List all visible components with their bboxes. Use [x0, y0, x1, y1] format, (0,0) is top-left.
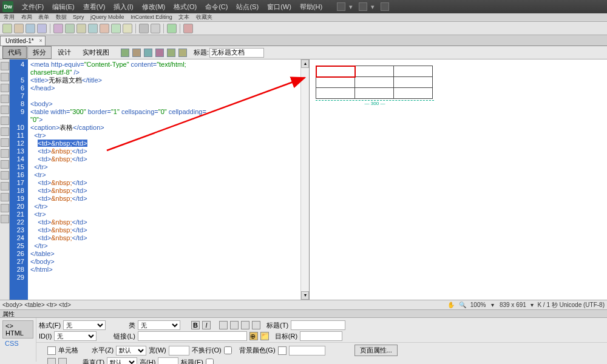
- merge-cells-icon[interactable]: [47, 358, 56, 364]
- line-numbers-icon[interactable]: [1, 116, 9, 125]
- code-pane[interactable]: 4567891011121314151617181920212223242526…: [10, 59, 310, 300]
- code-editor[interactable]: <meta http-equiv="Content-Type" content=…: [28, 59, 300, 300]
- vertical-scrollbar[interactable]: ▴ ▾: [300, 59, 309, 300]
- table-cell-selected[interactable]: [316, 66, 355, 77]
- insert-tab-layout[interactable]: 布局: [21, 14, 32, 20]
- menu-commands[interactable]: 命令(C): [202, 1, 231, 13]
- bg-color-swatch[interactable]: [278, 346, 287, 355]
- table-cell[interactable]: [355, 77, 394, 88]
- insert-tab-ice[interactable]: InContext Editing: [131, 14, 172, 20]
- bold-button[interactable]: B: [191, 321, 200, 329]
- scroll-up-icon[interactable]: ▴: [301, 59, 309, 68]
- menu-format[interactable]: 格式(O): [170, 1, 200, 13]
- view-live-button[interactable]: 实时视图: [77, 46, 115, 59]
- tag-selector[interactable]: <body> <table> <tr> <td>: [2, 302, 447, 308]
- menu-window[interactable]: 窗口(W): [263, 1, 295, 13]
- indent-icon[interactable]: [1, 160, 9, 169]
- insert-tab-jquery[interactable]: jQuery Mobile: [90, 14, 124, 20]
- view-design-button[interactable]: 设计: [52, 46, 76, 59]
- title-input[interactable]: [209, 48, 264, 58]
- hand-tool-icon[interactable]: ✋: [447, 302, 455, 308]
- table-row[interactable]: [316, 66, 433, 77]
- horz-select[interactable]: 默认: [116, 346, 146, 356]
- preview-table[interactable]: [316, 66, 433, 99]
- design-pane[interactable]: — 300 —: [310, 59, 607, 300]
- snippets-icon[interactable]: [1, 204, 9, 212]
- comment-icon[interactable]: [123, 24, 132, 33]
- highlight-icon[interactable]: [1, 127, 9, 136]
- syntax-icon[interactable]: [1, 138, 9, 147]
- prop-mode-html[interactable]: <> HTML: [2, 320, 33, 339]
- collapse-icon[interactable]: [1, 73, 9, 81]
- menu-view[interactable]: 查看(V): [80, 1, 109, 13]
- vert-select[interactable]: 默认: [107, 357, 137, 364]
- link-folder-icon[interactable]: 📁: [260, 332, 269, 340]
- live-code-icon[interactable]: [132, 49, 141, 57]
- ol-icon[interactable]: [252, 321, 260, 329]
- refresh-icon[interactable]: [167, 49, 175, 57]
- height-input[interactable]: [158, 357, 178, 364]
- extend-icon[interactable]: [359, 2, 367, 11]
- italic-button[interactable]: I: [202, 321, 211, 329]
- document-tab[interactable]: Untitled-1* ×: [0, 36, 46, 46]
- link-browse-icon[interactable]: ⊕: [249, 332, 258, 340]
- table-cell[interactable]: [316, 77, 355, 88]
- script-icon[interactable]: [151, 24, 160, 33]
- window-size[interactable]: 839 x 691: [500, 302, 526, 308]
- insert-tab-forms[interactable]: 表单: [38, 14, 49, 20]
- prop-mode-css[interactable]: CSS: [2, 339, 33, 348]
- tag-icon[interactable]: [183, 24, 193, 33]
- table-cell[interactable]: [316, 88, 355, 99]
- outdent-list-icon[interactable]: [219, 321, 228, 329]
- hyperlink-icon[interactable]: [2, 24, 12, 33]
- options-icon[interactable]: [178, 49, 187, 57]
- format-icon[interactable]: [1, 182, 9, 190]
- menu-modify[interactable]: 修改(M): [138, 1, 169, 13]
- split-cell-icon[interactable]: [58, 358, 67, 364]
- table-cell[interactable]: [394, 66, 433, 77]
- balance-icon[interactable]: [1, 106, 9, 114]
- insert-tab-text[interactable]: 文本: [178, 14, 189, 20]
- nowrap-checkbox[interactable]: [224, 346, 232, 354]
- insert-tab-data[interactable]: 数据: [56, 14, 67, 20]
- check-icon[interactable]: [155, 49, 164, 57]
- menu-insert[interactable]: 插入(I): [110, 1, 137, 13]
- indent-list-icon[interactable]: [230, 321, 239, 329]
- target-input[interactable]: [300, 331, 342, 341]
- table-cell[interactable]: [394, 88, 433, 99]
- head-icon[interactable]: [139, 24, 149, 33]
- anchor-icon[interactable]: [25, 24, 35, 33]
- table-cell[interactable]: [355, 66, 394, 77]
- inspect-icon[interactable]: [121, 49, 129, 57]
- date-icon[interactable]: [100, 24, 109, 33]
- header-checkbox[interactable]: [206, 359, 214, 365]
- media-icon[interactable]: [76, 24, 86, 33]
- zoom-tool-icon[interactable]: 🔍: [459, 302, 466, 308]
- menu-edit[interactable]: 编辑(E): [49, 1, 78, 13]
- ssi-icon[interactable]: [111, 24, 121, 33]
- menu-help[interactable]: 帮助(H): [296, 1, 326, 13]
- table-cell[interactable]: [355, 88, 394, 99]
- properties-panel-title[interactable]: 属性: [0, 309, 607, 318]
- table-row[interactable]: [316, 77, 433, 88]
- title-attr-input[interactable]: [291, 320, 345, 330]
- table-icon[interactable]: [37, 24, 47, 33]
- user-icon[interactable]: [381, 2, 389, 11]
- view-split-button[interactable]: 拆分: [27, 46, 52, 59]
- recent-icon[interactable]: [1, 215, 9, 223]
- insert-tab-fav[interactable]: 收藏夹: [196, 14, 212, 20]
- table-cell[interactable]: [394, 77, 433, 88]
- expand-icon[interactable]: [1, 84, 9, 92]
- page-props-button[interactable]: 页面属性...: [354, 345, 398, 356]
- scroll-down-icon[interactable]: ▾: [301, 291, 309, 300]
- class-select[interactable]: 无: [138, 320, 180, 330]
- outdent-icon[interactable]: [1, 171, 9, 180]
- tab-close-icon[interactable]: ×: [39, 38, 42, 44]
- menu-file[interactable]: 文件(F): [18, 1, 47, 13]
- widget-icon[interactable]: [88, 24, 98, 33]
- comments-icon[interactable]: [1, 193, 9, 201]
- bg-color-input[interactable]: [289, 346, 325, 356]
- view-code-button[interactable]: 代码: [2, 46, 27, 59]
- server-icon[interactable]: [144, 49, 152, 57]
- div-icon[interactable]: [53, 24, 63, 33]
